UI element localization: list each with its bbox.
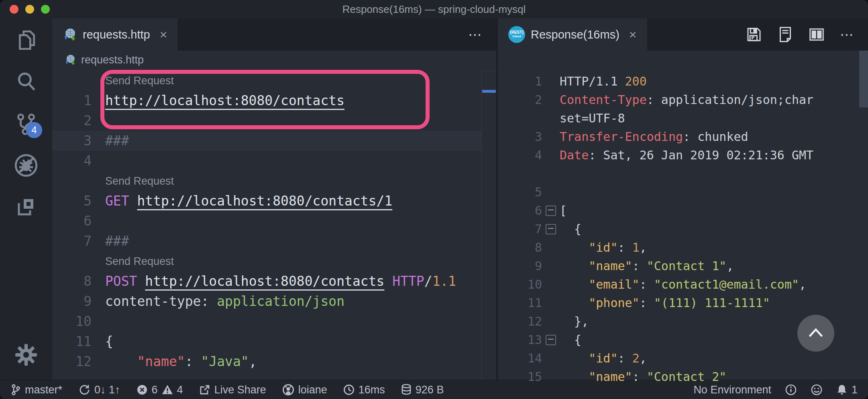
line-number: 2 <box>52 111 92 131</box>
code-line[interactable]: 1http://localhost:8080/contacts <box>52 91 482 111</box>
more-actions-icon[interactable]: ⋯ <box>468 26 483 43</box>
code-line[interactable]: 8POST http://localhost:8080/contacts HTT… <box>52 271 482 291</box>
left-tab-strip: requests.http × ⋯ <box>52 18 496 51</box>
code-lens-send-request[interactable]: Send Request <box>52 71 482 91</box>
clock-icon <box>343 384 355 395</box>
fold-gutter <box>542 312 560 331</box>
line-number: 5 <box>52 191 92 211</box>
fold-gutter <box>542 183 560 202</box>
line-number: 5 <box>498 183 542 202</box>
warning-icon <box>162 384 173 395</box>
line-number: 11 <box>52 332 92 352</box>
code-line[interactable]: 5 <box>498 183 868 202</box>
line-number <box>498 109 542 128</box>
tab-close-icon[interactable]: × <box>160 27 167 42</box>
code-line[interactable]: 7### <box>52 231 482 251</box>
git-branch-icon <box>10 384 21 396</box>
rest-client-icon: {REST} Client <box>508 26 525 43</box>
line-number: 7 <box>52 231 92 251</box>
source-control-icon[interactable]: 4 <box>13 111 39 136</box>
scroll-to-top-button[interactable] <box>797 315 834 352</box>
fold-icon[interactable] <box>542 220 560 238</box>
code-line[interactable]: 4 <box>52 151 482 171</box>
code-line[interactable]: 3### <box>52 131 482 151</box>
error-icon <box>137 384 148 395</box>
line-number: 6 <box>498 202 542 220</box>
code-line[interactable]: 1HTTP/1.1 200 <box>498 72 868 91</box>
code-lens-send-request[interactable]: Send Request <box>52 251 482 271</box>
database-icon <box>401 384 412 396</box>
fold-gutter <box>542 72 560 91</box>
code-line[interactable]: 8 "id": 1, <box>498 238 868 257</box>
tab-close-icon[interactable]: × <box>629 27 637 42</box>
window-title: Response(16ms) — spring-cloud-mysql <box>0 3 868 16</box>
code-line[interactable]: set=UTF-8 <box>498 109 868 128</box>
code-line[interactable]: 3Transfer-Encoding: chunked <box>498 128 868 146</box>
github-account-status[interactable]: loiane <box>282 384 327 396</box>
settings-gear-icon[interactable] <box>13 342 39 368</box>
explorer-icon[interactable] <box>13 27 39 53</box>
activity-bar: 4 <box>0 18 52 380</box>
split-editor-icon[interactable] <box>809 26 825 43</box>
line-number: 13 <box>498 331 542 349</box>
http-file-globe-icon <box>63 27 77 42</box>
fold-gutter <box>542 146 560 165</box>
tab-requests-http[interactable]: requests.http × <box>52 18 177 51</box>
fold-gutter <box>542 165 560 183</box>
code-line[interactable]: 14 "id": 2, <box>498 349 868 368</box>
code-line[interactable]: 11 "phone": "(111) 111-1111" <box>498 294 868 312</box>
problems-status[interactable]: 6 4 <box>137 384 183 396</box>
code-line[interactable]: 12 "name": "Java", <box>52 352 482 372</box>
debug-disabled-icon[interactable] <box>13 153 39 178</box>
code-line[interactable]: 10 "email": "contact1@email.com", <box>498 275 868 294</box>
code-line[interactable]: 15 "name": "Contact 2" <box>498 368 868 386</box>
extensions-icon[interactable] <box>13 194 39 220</box>
line-number: 9 <box>498 257 542 275</box>
line-number: 7 <box>498 220 542 238</box>
tab-response[interactable]: {REST} Client Response(16ms) × <box>498 18 647 51</box>
save-response-icon[interactable] <box>746 26 762 43</box>
chevron-up-icon <box>805 323 826 344</box>
scrollbar-thumb[interactable] <box>859 51 868 108</box>
code-line[interactable]: 6 <box>52 211 482 231</box>
fold-icon[interactable] <box>542 202 560 220</box>
more-actions-icon[interactable]: ⋯ <box>840 26 854 43</box>
title-bar: Response(16ms) — spring-cloud-mysql <box>0 0 868 18</box>
line-number: 3 <box>498 128 542 146</box>
response-size-status[interactable]: 926 B <box>401 384 444 396</box>
save-body-icon[interactable] <box>777 26 793 43</box>
request-editor-pane: requests.http × ⋯ requests.http Send Req… <box>52 18 496 380</box>
search-icon[interactable] <box>13 69 39 95</box>
code-lens-send-request[interactable]: Send Request <box>52 171 482 191</box>
code-line[interactable]: 9 "name": "Contact 1", <box>498 257 868 275</box>
fold-icon[interactable] <box>542 331 560 349</box>
line-number: 4 <box>52 151 92 171</box>
code-line[interactable]: 10 <box>52 311 482 332</box>
code-line[interactable]: 11{ <box>52 332 482 352</box>
code-line[interactable]: 2Content-Type: application/json;char <box>498 91 868 109</box>
live-share-status[interactable]: Live Share <box>199 384 266 396</box>
sync-status[interactable]: 0↓ 1↑ <box>78 384 120 396</box>
response-time-status[interactable]: 16ms <box>343 384 385 396</box>
right-tab-strip: {REST} Client Response(16ms) × <box>498 18 868 51</box>
code-line[interactable]: 7 { <box>498 220 868 238</box>
line-number: 4 <box>498 146 542 165</box>
tab-label: requests.http <box>83 28 150 41</box>
breadcrumb[interactable]: requests.http <box>52 51 496 69</box>
code-line[interactable]: 4Date: Sat, 26 Jan 2019 02:21:36 GMT <box>498 146 868 165</box>
line-number: 8 <box>52 271 92 291</box>
breadcrumb-file-globe-icon <box>64 54 76 66</box>
code-line[interactable]: 2 <box>52 111 482 131</box>
overview-ruler[interactable] <box>481 71 496 380</box>
line-number: 2 <box>498 91 542 109</box>
code-line[interactable]: 5GET http://localhost:8080/contacts/1 <box>52 191 482 211</box>
git-branch-status[interactable]: master* <box>10 384 62 396</box>
line-number: 1 <box>498 72 542 91</box>
line-number: 14 <box>498 349 542 368</box>
code-line[interactable] <box>498 165 868 183</box>
line-number <box>52 251 92 271</box>
fold-gutter <box>542 91 560 109</box>
code-line[interactable]: 6[ <box>498 202 868 220</box>
fold-gutter <box>542 238 560 257</box>
code-line[interactable]: 9content-type: application/json <box>52 291 482 311</box>
